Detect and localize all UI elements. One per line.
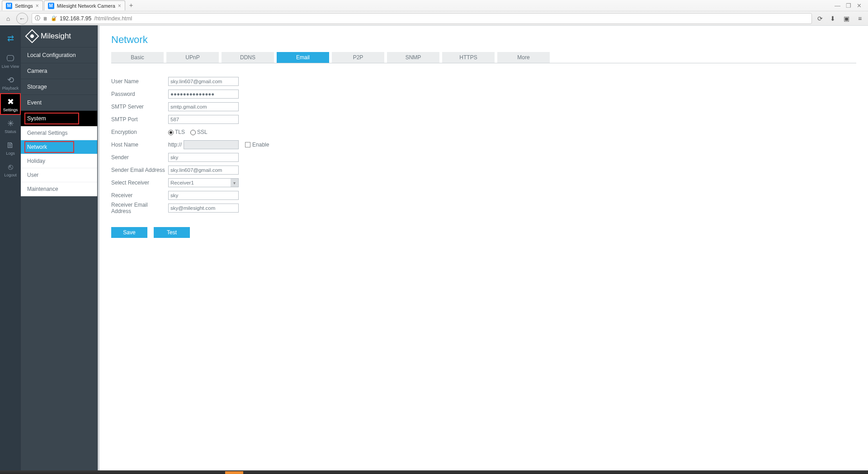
sub-holiday[interactable]: Holiday xyxy=(21,154,97,168)
menu-system[interactable]: System xyxy=(21,110,97,126)
input-receiver-email[interactable] xyxy=(168,204,239,213)
url-path: /html/index.html xyxy=(94,15,132,22)
rail-label: Live View xyxy=(2,64,19,69)
brand-text: Milesight xyxy=(41,32,71,41)
back-button[interactable]: ← xyxy=(16,13,28,24)
radio-label: SSL xyxy=(197,129,208,135)
rail-logout[interactable]: ⎋ Logout xyxy=(0,158,21,180)
rail-logs[interactable]: 🗎 Logs xyxy=(0,137,21,158)
close-window-icon[interactable]: ✕ xyxy=(857,2,862,9)
close-icon[interactable]: × xyxy=(118,3,121,9)
rail-label: Status xyxy=(5,129,16,134)
label-password: Password xyxy=(111,91,168,97)
rail-label: Playback xyxy=(2,86,19,90)
sub-maintenance[interactable]: Maintenance xyxy=(21,182,97,196)
label-receiver-email: Receiver Email Address xyxy=(111,202,168,214)
menu-icon[interactable]: ≡ xyxy=(855,14,864,23)
input-username[interactable] xyxy=(168,77,239,86)
input-sender[interactable] xyxy=(168,153,239,162)
home-icon[interactable]: ⌂ xyxy=(4,14,13,23)
lock-off-icon: 🔒̸ xyxy=(51,15,57,21)
label-select-receiver: Select Receiver xyxy=(111,180,168,186)
brand: Milesight xyxy=(21,25,97,47)
select-receiver[interactable]: ▾ xyxy=(168,178,239,187)
encryption-radios: TLS SSL xyxy=(168,129,208,135)
checkbox-enable[interactable] xyxy=(245,142,250,147)
url-input[interactable]: ⓘ 🗎 🔒̸ 192.168.7.95/html/index.html xyxy=(32,13,812,24)
label-username: User Name xyxy=(111,78,168,85)
tab-p2p[interactable]: P2P xyxy=(332,52,384,63)
rail-label: Logout xyxy=(4,173,17,177)
window-controls: — ❐ ✕ xyxy=(835,2,866,9)
tab-title: Settings xyxy=(15,3,33,9)
download-icon[interactable]: ⬇ xyxy=(828,14,837,23)
radio-ssl[interactable]: SSL xyxy=(190,129,208,135)
menu-camera[interactable]: Camera xyxy=(21,63,97,79)
tab-settings[interactable]: M Settings × xyxy=(2,0,43,10)
sidebar-icon[interactable]: ▣ xyxy=(842,14,851,23)
monitor-icon: 🖵 xyxy=(6,54,14,62)
radio-icon xyxy=(168,130,174,135)
tab-basic[interactable]: Basic xyxy=(111,52,164,63)
menu-storage[interactable]: Storage xyxy=(21,79,97,95)
logout-icon: ⎋ xyxy=(8,163,13,171)
rail-status[interactable]: ✳ Status xyxy=(0,115,21,137)
menu-label: System xyxy=(27,115,46,122)
radio-icon xyxy=(190,130,196,135)
radio-label: TLS xyxy=(175,129,185,135)
sub-label: Network xyxy=(27,144,47,150)
label-sender-email: Sender Email Address xyxy=(111,167,168,173)
tab-more[interactable]: More xyxy=(497,52,550,63)
playback-icon: ⟲ xyxy=(7,76,14,84)
input-smtp-port[interactable] xyxy=(168,115,239,124)
input-password[interactable] xyxy=(168,90,239,99)
reader-icon: 🗎 xyxy=(43,16,48,21)
radio-tls[interactable]: TLS xyxy=(168,129,185,135)
tab-upnp[interactable]: UPnP xyxy=(166,52,219,63)
tab-snmp[interactable]: SNMP xyxy=(387,52,439,63)
logs-icon: 🗎 xyxy=(6,141,14,149)
maximize-icon[interactable]: ❐ xyxy=(846,2,851,9)
sub-network[interactable]: Network xyxy=(21,140,97,154)
app-frame: ⇄ 🖵 Live View ⟲ Playback ✖ Settings ✳ St… xyxy=(0,25,868,474)
menu-event[interactable]: Event xyxy=(21,95,97,110)
host-prefix: http:// xyxy=(168,142,182,148)
tools-icon: ✖ xyxy=(7,98,14,106)
input-receiver[interactable] xyxy=(168,191,239,200)
tab-email[interactable]: Email xyxy=(277,52,329,63)
rail-label: Logs xyxy=(6,151,15,156)
toolbar-right: ⬇ ▣ ≡ xyxy=(828,14,864,23)
test-button[interactable]: Test xyxy=(154,227,190,238)
button-row: Save Test xyxy=(111,227,856,238)
spinner-icon: ✳ xyxy=(7,119,14,128)
menu-local-config[interactable]: Local Configuration xyxy=(21,47,97,63)
label-host-name: Host Name xyxy=(111,142,168,148)
rail-playback[interactable]: ⟲ Playback xyxy=(0,71,21,93)
new-tab-button[interactable]: ＋ xyxy=(126,1,136,10)
label-receiver: Receiver xyxy=(111,192,168,199)
page-title: Network xyxy=(111,34,856,46)
info-icon: ⓘ xyxy=(35,14,40,22)
reload-icon[interactable]: ⟳ xyxy=(816,14,825,23)
select-receiver-value[interactable] xyxy=(168,178,239,187)
os-taskbar[interactable] xyxy=(0,470,868,474)
tab-https[interactable]: HTTPS xyxy=(442,52,495,63)
favicon-icon: M xyxy=(48,3,54,9)
save-button[interactable]: Save xyxy=(111,227,147,238)
label-encryption: Encryption xyxy=(111,129,168,135)
input-smtp-server[interactable] xyxy=(168,102,239,111)
sub-user[interactable]: User xyxy=(21,168,97,182)
input-sender-email[interactable] xyxy=(168,166,239,175)
close-icon[interactable]: × xyxy=(36,3,39,9)
tab-ddns[interactable]: DDNS xyxy=(222,52,274,63)
rail-settings[interactable]: ✖ Settings xyxy=(0,93,21,115)
minimize-icon[interactable]: — xyxy=(835,2,840,9)
rail-live-view[interactable]: 🖵 Live View xyxy=(0,50,21,71)
tab-camera[interactable]: M Milesight Network Camera × xyxy=(44,0,125,10)
address-bar: ⌂ ← ⓘ 🗎 🔒̸ 192.168.7.95/html/index.html … xyxy=(0,11,868,25)
email-form: User Name Password SMTP Server SMTP Port… xyxy=(111,75,856,238)
input-host-name[interactable] xyxy=(184,140,239,149)
sub-general-settings[interactable]: General Settings xyxy=(21,126,97,140)
swap-icon[interactable]: ⇄ xyxy=(7,33,14,43)
tab-title: Milesight Network Camera xyxy=(57,3,115,9)
